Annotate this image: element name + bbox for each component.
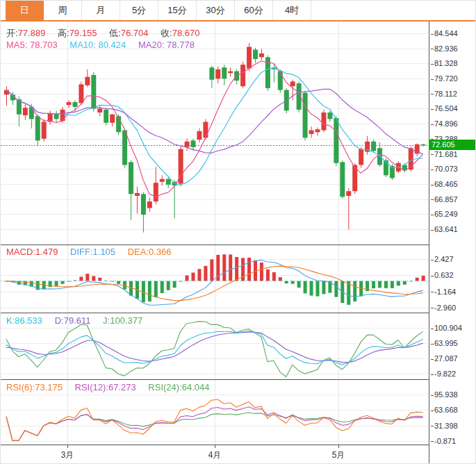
high-label: 高: [58,28,69,38]
j-value: J:100.377 [103,315,142,326]
close-value: 78.670 [172,28,200,38]
period-toolbar: 日 周 月 5分 15分 30分 60分 4时 [1,1,475,22]
high-value: 79.155 [69,28,97,38]
kdj-tick--9.822: -9.822 [431,370,456,378]
kdj-tick-63.995: 63.995 [431,339,458,347]
xaxis-month-2: 4月 [208,449,222,461]
rsi-tick-63.668: 63.668 [431,406,458,414]
ma10-value: MA10: 80.424 [69,40,126,50]
macd-legend: MACD:1.479 DIFF:1.105 DEA:0.366 [6,247,181,257]
dea-value: DEA:0.366 [128,247,172,257]
ma5-value: MA5: 78.703 [6,40,58,50]
open-label: 开: [6,28,18,38]
tab-4hour[interactable]: 4时 [273,1,311,20]
macd-tick-2.427: 2.427 [431,255,454,263]
tab-5min[interactable]: 5分 [120,1,158,20]
price-tick-84.544: 84.544 [431,29,458,38]
tab-15min[interactable]: 15分 [158,1,197,20]
price-tick-76.504: 76.504 [431,104,458,113]
rsi-tick-31.398: 31.398 [431,422,458,430]
rsi-tick-95.938: 95.938 [431,390,458,399]
tab-day[interactable]: 日 [6,1,44,20]
k-value: K:86.533 [6,315,42,326]
low-value: 76.704 [121,28,149,38]
price-tick-65.249: 65.249 [431,210,458,218]
tab-30min[interactable]: 30分 [197,1,235,20]
diff-value: DIFF:1.105 [70,247,115,257]
right-price-axis: 84.54482.93681.32879.72078.11276.50474.8… [429,22,475,463]
rsi-legend: RSI(6):73.175 RSI(12):67.273 RSI(24):64.… [6,382,220,392]
current-price-badge: 72.605 [429,140,475,150]
ma-legend: MA5: 78.703 MA10: 80.424 MA20: 78.778 [6,40,204,50]
rsi-tick--0.871: -0.871 [431,437,456,445]
price-tick-70.073: 70.073 [431,165,458,173]
low-label: 低: [109,28,121,38]
close-label: 收: [161,28,172,38]
ma20-value: MA20: 78.778 [138,40,195,50]
stock-chart-app: 日 周 月 5分 15分 30分 60分 4时 开:77.889 高:79.15… [0,0,476,464]
candlestick-chart-canvas[interactable] [1,22,429,463]
ohlc-legend: 开:77.889 高:79.155 低:76.704 收:78.670 [6,27,209,40]
price-tick-66.857: 66.857 [431,195,458,204]
rsi6-value: RSI(6):73.175 [6,382,63,392]
kdj-tick-100.904: 100.904 [431,324,462,332]
price-tick-81.328: 81.328 [431,59,458,67]
rsi12-value: RSI(12):67.273 [75,382,136,392]
price-tick-71.681: 71.681 [431,150,458,158]
kdj-legend: K:86.533 D:79.611 J:100.377 [6,315,152,326]
d-value: D:79.611 [55,315,91,326]
open-value: 77.889 [18,28,46,38]
price-tick-78.112: 78.112 [431,90,457,98]
price-tick-79.720: 79.720 [431,74,458,83]
xaxis-month-1: 3月 [61,449,74,461]
macd-tick--2.960: -2.960 [431,304,456,312]
macd-tick-0.632: 0.632 [431,271,454,279]
price-tick-63.641: 63.641 [431,225,458,233]
price-tick-68.465: 68.465 [431,180,458,188]
chart-area: 开:77.889 高:79.155 低:76.704 收:78.670 MA5:… [1,22,475,463]
tab-month[interactable]: 月 [82,1,120,20]
rsi24-value: RSI(24):64.044 [148,382,209,392]
kdj-tick-27.087: 27.087 [431,354,458,363]
macd-tick--1.164: -1.164 [431,288,456,296]
price-tick-82.936: 82.936 [431,44,458,53]
tab-week[interactable]: 周 [44,1,82,20]
xaxis-month-3: 5月 [332,449,345,461]
macd-value: MACD:1.479 [6,247,58,257]
tab-60min[interactable]: 60分 [235,1,273,20]
price-tick-74.896: 74.896 [431,119,458,128]
